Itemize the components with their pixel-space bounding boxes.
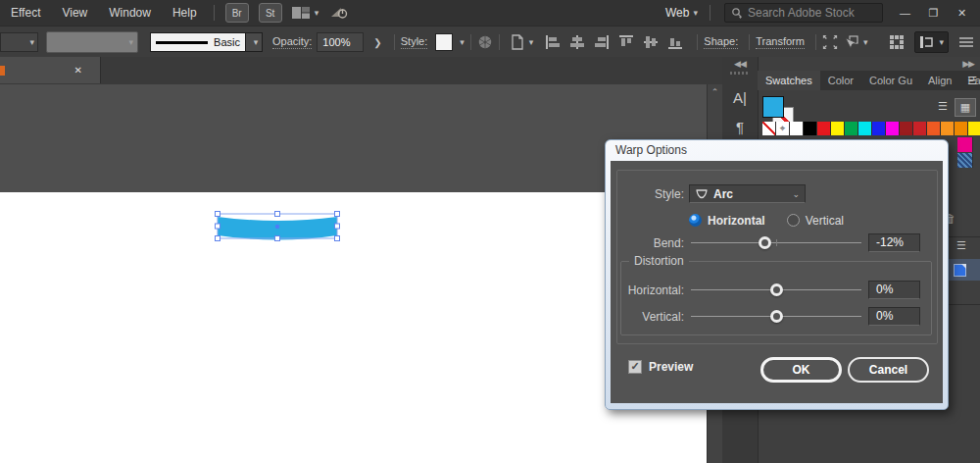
paragraph-panel-icon[interactable]: ¶ (722, 112, 758, 141)
horizontal-radio[interactable] (689, 214, 702, 227)
swatch-amber[interactable] (955, 122, 968, 135)
gpu-glyph (330, 6, 348, 20)
horizontal-distortion-slider[interactable] (691, 281, 861, 299)
swatch-none[interactable] (762, 122, 776, 135)
recolor-artwork-icon[interactable] (477, 34, 493, 50)
document-tab[interactable]: ✕ (0, 57, 101, 83)
bend-value-field[interactable]: -12% (868, 233, 920, 252)
swatch-pattern-fragment[interactable] (957, 153, 973, 168)
selected-artwork[interactable] (211, 204, 348, 253)
bend-slider-handle[interactable] (759, 236, 771, 249)
tab-close-icon[interactable]: ✕ (74, 65, 82, 76)
adobe-stock-search-input[interactable]: Search Adobe Stock (724, 3, 883, 23)
swatch-black[interactable] (804, 122, 817, 135)
horizontal-value-field[interactable]: 0% (868, 281, 920, 299)
warp-style-dropdown[interactable]: Arc ⌄ (689, 184, 806, 203)
scroll-up-arrow[interactable]: ⌃ (708, 84, 722, 97)
opacity-field[interactable]: 100% (317, 32, 364, 52)
stock-button[interactable]: St (259, 3, 282, 23)
opacity-link[interactable]: Opacity: (272, 35, 312, 49)
vertical-radio-label[interactable]: Vertical (806, 214, 844, 228)
dock-grip[interactable] (730, 72, 750, 75)
swatch-crimson[interactable] (913, 122, 927, 135)
brush-definition-dropdown[interactable]: Basic ▾ (150, 32, 263, 52)
menu-help[interactable]: Help (162, 6, 208, 20)
close-button[interactable]: ✕ (948, 3, 976, 23)
ok-button[interactable]: OK (760, 357, 842, 383)
horizontal-radio-label[interactable]: Horizontal (708, 214, 765, 228)
horizontal-distortion-row: Horizontal: 0% (611, 281, 943, 299)
vertical-value-field[interactable]: 0% (868, 307, 920, 326)
swatch-cyan[interactable] (858, 122, 872, 135)
horizontal-slider-handle[interactable] (770, 283, 783, 296)
panel-dock-toggle[interactable]: ▾ (914, 31, 949, 53)
graphic-style-swatch[interactable] (435, 33, 453, 51)
preview-row: ✓ Preview (628, 360, 693, 374)
bend-slider[interactable] (691, 233, 861, 252)
panel-menu-icon[interactable]: ☰ (967, 75, 977, 87)
menu-view[interactable]: View (51, 6, 98, 20)
warp-options-dialog[interactable]: Warp Options Style: Arc ⌄ Horizontal (605, 139, 949, 410)
menu-list-icon[interactable] (958, 36, 974, 48)
list-view-button[interactable]: ☰ (933, 98, 953, 115)
cancel-button[interactable]: Cancel (848, 357, 929, 383)
vertical-radio[interactable] (787, 214, 800, 227)
swatch-registration[interactable]: ⌖ (776, 122, 790, 135)
swatch-orange[interactable] (941, 122, 955, 135)
dialog-title[interactable]: Warp Options (606, 140, 948, 160)
workspace-switcher[interactable]: Web ▾ (660, 6, 704, 20)
swatch-orange-red[interactable] (927, 122, 941, 135)
brush-dropdown-arrow[interactable]: ▾ (246, 32, 263, 52)
swatch-dark-red[interactable] (900, 122, 913, 135)
tab-align[interactable]: Align (920, 71, 959, 90)
swatch-yellow[interactable] (831, 122, 845, 135)
lower-panel-menu-icon[interactable]: ☰ (956, 239, 966, 252)
swatch-red[interactable] (817, 122, 831, 135)
isolate-selection-button[interactable]: ▾ (842, 34, 868, 50)
preview-checkbox[interactable]: ✓ (628, 360, 642, 374)
align-top-icon[interactable] (618, 34, 634, 50)
align-left-icon[interactable] (545, 34, 561, 50)
style-link[interactable]: Style: (401, 35, 428, 49)
bridge-button[interactable]: Br (225, 3, 249, 23)
menu-window[interactable]: Window (98, 6, 162, 20)
orientation-row: Horizontal Vertical (689, 211, 943, 230)
align-right-icon[interactable] (594, 34, 610, 50)
collapse-dock-icon[interactable]: ◀◀ (722, 57, 758, 69)
separator (499, 34, 500, 50)
menu-effect[interactable]: Effect (0, 6, 51, 20)
opacity-expand-arrow[interactable]: ❯ (368, 37, 387, 48)
swatch-white[interactable] (790, 122, 804, 135)
character-panel-icon[interactable]: A| (722, 82, 758, 112)
swatch-yellow-2[interactable] (968, 122, 980, 135)
bounding-box-icon[interactable] (822, 34, 838, 50)
transform-link[interactable]: Transform (756, 35, 805, 49)
truncated-dropdown[interactable]: ▾ (0, 32, 38, 52)
swatch-green[interactable] (845, 122, 858, 135)
tab-color-gu[interactable]: Color Gu (861, 71, 920, 90)
align-bottom-icon[interactable] (667, 34, 683, 50)
document-setup-button[interactable]: ▾ (510, 34, 534, 50)
expand-dock-icon[interactable]: ▶▶ (962, 59, 974, 69)
grid-view-button[interactable]: ▦ (955, 98, 976, 117)
align-center-icon[interactable] (569, 34, 585, 50)
shape-link[interactable]: Shape: (704, 35, 738, 49)
restore-button[interactable]: ❐ (919, 3, 948, 23)
tab-color[interactable]: Color (820, 71, 861, 90)
app-grid-icon[interactable] (889, 34, 905, 50)
vertical-slider-handle[interactable] (770, 310, 783, 323)
chevron-down-icon: ▾ (29, 37, 34, 47)
swatch-pink-fragment[interactable] (957, 137, 973, 152)
vertical-distortion-slider[interactable] (691, 307, 861, 326)
arrange-documents-button[interactable]: ▾ (291, 6, 319, 20)
artboard[interactable] (0, 192, 708, 463)
swatch-magenta[interactable] (886, 122, 900, 135)
fill-proxy-swatch[interactable] (762, 96, 784, 118)
align-middle-icon[interactable] (643, 34, 659, 50)
swatch-blue[interactable] (872, 122, 886, 135)
preview-label[interactable]: Preview (649, 360, 693, 374)
minimize-button[interactable]: — (891, 3, 919, 23)
gpu-performance-icon[interactable] (330, 6, 348, 20)
tab-swatches[interactable]: Swatches (758, 71, 820, 90)
pasteboard[interactable] (0, 84, 708, 193)
